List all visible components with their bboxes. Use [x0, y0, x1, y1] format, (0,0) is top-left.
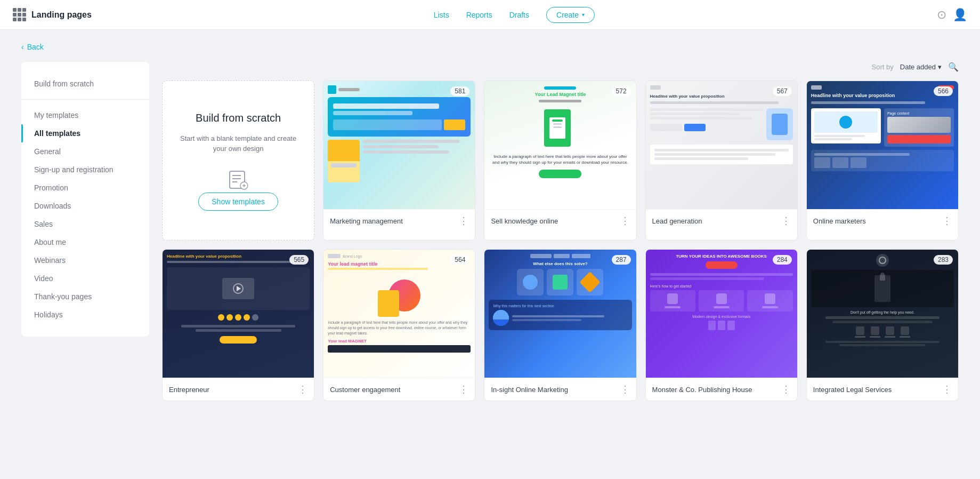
- template-title-r2-2: In-sight Online Marketing: [491, 386, 568, 394]
- template-card-marketing[interactable]: 581: [323, 81, 475, 241]
- template-title-0: Marketing management: [330, 217, 403, 225]
- card-footer-legal: Integrated Legal Services ⋮: [807, 378, 958, 401]
- scratch-card[interactable]: Build from scratch Start with a blank te…: [162, 81, 314, 241]
- template-preview-sell: 572 Your Lead Magnet title: [484, 81, 636, 209]
- template-card-online[interactable]: 566 Headline with your value proposition: [806, 81, 959, 241]
- sidebar-item-webinars[interactable]: Webinars: [21, 251, 149, 269]
- sidebar-item-label: My templates: [34, 111, 78, 119]
- sidebar-item-holidays[interactable]: Holidays: [21, 306, 149, 324]
- card-footer-online: Online marketers ⋮: [807, 209, 958, 232]
- nav-center: Lists Reports Drafts Create ▾: [92, 7, 937, 23]
- template-title-r2-1: Customer engagement: [330, 386, 400, 394]
- card-footer-marketing: Marketing management ⋮: [323, 209, 475, 232]
- template-preview-lead: 567 Headline with your value proposition: [646, 81, 797, 209]
- template-card-lead[interactable]: 567 Headline with your value proposition: [645, 81, 798, 241]
- show-templates-button[interactable]: Show templates: [198, 193, 278, 211]
- sidebar-item-build-from-scratch[interactable]: Build from scratch: [21, 75, 149, 93]
- template-menu-button-r2-3[interactable]: ⋮: [781, 384, 791, 395]
- template-card-entrepreneur[interactable]: 565 Headline with your value proposition: [162, 249, 314, 401]
- card-footer-entrepreneur: Entrepreneur ⋮: [163, 378, 314, 401]
- template-card-legal[interactable]: 283 Don: [806, 249, 959, 401]
- sidebar-item-video[interactable]: Video: [21, 269, 149, 288]
- template-preview-insight: 287 What else does this solve?: [484, 250, 636, 378]
- template-menu-button-r2-2[interactable]: ⋮: [620, 384, 630, 395]
- chevron-down-icon: ▾: [582, 12, 585, 18]
- template-title-r2-4: Integrated Legal Services: [813, 386, 892, 394]
- template-preview-online: 566 Headline with your value proposition: [807, 81, 958, 209]
- template-title-r2-3: Monster & Co. Publishing House: [652, 386, 752, 394]
- sidebar-item-label: Build from scratch: [34, 79, 94, 88]
- template-menu-button-3[interactable]: ⋮: [942, 215, 952, 227]
- grid-icon[interactable]: [13, 8, 26, 21]
- sidebar-item-label: About me: [34, 238, 66, 246]
- template-preview-monster: 284 TURN YOUR IDEAS INTO AWESOME BOOKS H…: [646, 250, 797, 378]
- user-avatar-icon[interactable]: 👤: [953, 8, 967, 22]
- card-footer-customer: Customer engagement ⋮: [323, 378, 475, 401]
- sidebar-item-sales[interactable]: Sales: [21, 215, 149, 233]
- sidebar-item-general[interactable]: General: [21, 142, 149, 161]
- template-card-sell[interactable]: 572 Your Lead Magnet title: [484, 81, 636, 241]
- card-footer-lead: Lead generation ⋮: [646, 209, 797, 232]
- card-footer-sell: Sell knowledge online ⋮: [484, 209, 636, 232]
- card-footer-monster: Monster & Co. Publishing House ⋮: [646, 378, 797, 401]
- sidebar-item-label: Sales: [34, 220, 53, 228]
- nav-drafts[interactable]: Drafts: [509, 11, 529, 19]
- sidebar-item-label: Promotion: [34, 183, 68, 192]
- sidebar-item-all-templates[interactable]: All templates: [21, 124, 149, 142]
- templates-grid-area: Sort by Date added ▾ 🔍 Build from scratc…: [162, 62, 959, 401]
- templates-row-1: Build from scratch Start with a blank te…: [162, 81, 959, 241]
- sidebar-item-label: General: [34, 147, 61, 156]
- template-card-monster[interactable]: 284 TURN YOUR IDEAS INTO AWESOME BOOKS H…: [645, 249, 798, 401]
- template-count-r2-1: 564: [450, 255, 469, 265]
- template-count-2: 567: [773, 86, 792, 96]
- template-menu-button-r2-1[interactable]: ⋮: [459, 384, 468, 395]
- template-menu-button-r2-0[interactable]: ⋮: [298, 384, 307, 395]
- template-title-r2-0: Entrepreneur: [169, 386, 209, 394]
- template-card-insight[interactable]: 287 What else does this solve?: [484, 249, 636, 401]
- sidebar-item-about-me[interactable]: About me: [21, 233, 149, 251]
- grid-top-bar: Sort by Date added ▾ 🔍: [162, 62, 959, 72]
- sidebar-item-signup[interactable]: Sign-up and registration: [21, 161, 149, 179]
- sidebar-item-label: Sign-up and registration: [34, 165, 114, 174]
- sidebar-item-promotion[interactable]: Promotion: [21, 179, 149, 197]
- template-count-r2-0: 565: [289, 255, 309, 265]
- card-footer-insight: In-sight Online Marketing ⋮: [484, 378, 636, 401]
- user-profile-icon[interactable]: ⊙: [937, 8, 946, 22]
- sidebar-item-label: Thank-you pages: [34, 292, 92, 301]
- nav-lists[interactable]: Lists: [434, 11, 449, 19]
- scratch-pencil-icon: [225, 167, 251, 193]
- template-count-r2-2: 287: [612, 255, 631, 265]
- template-count-r2-4: 283: [934, 255, 953, 265]
- sidebar: Build from scratch My templates All temp…: [21, 62, 149, 337]
- template-preview-marketing: 581: [323, 81, 475, 209]
- sidebar-item-my-templates[interactable]: My templates: [21, 106, 149, 124]
- template-menu-button-1[interactable]: ⋮: [620, 215, 630, 227]
- scratch-description: Start with a blank template and create y…: [175, 133, 301, 154]
- app-title: Landing pages: [31, 10, 92, 20]
- sort-chevron-icon: ▾: [938, 63, 942, 71]
- template-preview-customer: 564 Brand Logo Your lead magnet title: [323, 250, 475, 378]
- sort-value[interactable]: Date added ▾: [900, 63, 942, 71]
- template-preview-entrepreneur: 565 Headline with your value proposition: [163, 250, 314, 378]
- back-link[interactable]: ‹ Back: [21, 43, 959, 51]
- template-title-3: Online marketers: [813, 217, 866, 225]
- sort-label: Sort by: [872, 63, 894, 71]
- template-card-customer[interactable]: 564 Brand Logo Your lead magnet title: [323, 249, 475, 401]
- top-navigation: Landing pages Lists Reports Drafts Creat…: [0, 0, 980, 30]
- template-menu-button-r2-4[interactable]: ⋮: [942, 384, 952, 395]
- nav-right: ⊙ 👤: [937, 8, 967, 22]
- template-menu-button-2[interactable]: ⋮: [781, 215, 791, 227]
- sidebar-divider: [21, 99, 149, 100]
- main-content: ‹ Back Build from scratch My templates A…: [0, 30, 980, 414]
- back-label: Back: [27, 43, 44, 51]
- template-preview-legal: 283 Don: [807, 250, 958, 378]
- template-menu-button-0[interactable]: ⋮: [459, 215, 468, 227]
- nav-reports[interactable]: Reports: [466, 11, 492, 19]
- create-button[interactable]: Create ▾: [546, 7, 595, 23]
- search-button[interactable]: 🔍: [948, 62, 959, 72]
- sidebar-item-thankyou[interactable]: Thank-you pages: [21, 288, 149, 306]
- template-count-0: 581: [450, 86, 469, 96]
- templates-row-2: 565 Headline with your value proposition: [162, 249, 959, 401]
- sidebar-item-downloads[interactable]: Downloads: [21, 197, 149, 215]
- sidebar-item-label: All templates: [34, 129, 80, 138]
